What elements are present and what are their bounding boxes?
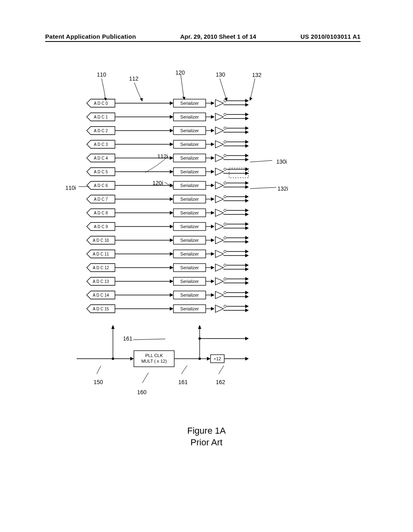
svg-point-52	[224, 237, 226, 239]
serializer-label: Serializer	[180, 142, 199, 147]
svg-point-27	[224, 168, 226, 170]
adc-label: A D C 8	[94, 211, 108, 215]
page-header: Patent Application Publication Apr. 29, …	[45, 33, 361, 40]
svg-point-12	[224, 127, 226, 129]
serializer-label: Serializer	[180, 224, 199, 229]
output-buffer	[215, 195, 223, 203]
svg-marker-98	[250, 97, 252, 101]
svg-point-62	[224, 264, 226, 266]
serializer-label: Serializer	[180, 293, 199, 297]
adc-label: A D C 13	[93, 279, 109, 284]
svg-point-32	[224, 182, 226, 184]
svg-point-57	[224, 250, 226, 253]
divider-block: ÷12	[214, 356, 221, 361]
svg-marker-81	[111, 325, 115, 329]
output-buffer	[215, 182, 223, 189]
svg-point-17	[224, 141, 226, 143]
adc-label: A D C 12	[93, 266, 109, 270]
svg-point-42	[224, 209, 226, 212]
svg-point-47	[224, 223, 226, 225]
output-buffer	[215, 264, 223, 271]
serializer-label: Serializer	[180, 279, 199, 284]
block-diagram: A D C 0SerializerA D C 1SerializerA D C …	[44, 60, 327, 391]
serializer-label: Serializer	[180, 197, 199, 202]
output-buffer	[215, 223, 223, 230]
svg-marker-96	[182, 97, 186, 100]
adc-label: A D C 7	[94, 197, 108, 202]
serializer-label: Serializer	[180, 114, 199, 119]
output-buffer	[215, 291, 223, 299]
svg-point-22	[224, 154, 226, 157]
output-buffer	[215, 250, 223, 258]
svg-point-67	[224, 278, 226, 280]
output-buffer	[215, 209, 223, 216]
serializer-label: Serializer	[180, 306, 199, 311]
serializer-label: Serializer	[180, 265, 199, 270]
svg-marker-97	[224, 98, 227, 101]
adc-label: A D C 14	[93, 293, 109, 297]
svg-point-77	[224, 305, 226, 308]
serializer-label: Serializer	[180, 183, 199, 188]
adc-label: A D C 4	[94, 156, 108, 160]
adc-label: A D C 6	[94, 183, 108, 188]
figure-caption: Figure 1A Prior Art	[0, 425, 413, 448]
output-buffer	[215, 237, 223, 244]
pll-block-line1: PLL CLK	[145, 353, 163, 358]
adc-label: A D C 1	[94, 115, 108, 119]
serializer-label: Serializer	[180, 156, 199, 160]
adc-label: A D C 10	[93, 238, 109, 243]
svg-marker-88	[198, 325, 201, 329]
adc-label: A D C 11	[93, 252, 109, 256]
header-rule	[45, 41, 361, 42]
output-buffer	[215, 168, 223, 175]
header-publication: Patent Application Publication	[45, 33, 136, 40]
header-patent-number: US 2010/0103011 A1	[300, 33, 361, 40]
adc-label: A D C 15	[93, 307, 109, 311]
svg-point-2	[224, 100, 226, 102]
serializer-label: Serializer	[180, 128, 199, 133]
figure-number: Figure 1A	[0, 425, 413, 437]
svg-point-37	[224, 195, 226, 198]
svg-point-72	[224, 291, 226, 294]
svg-point-7	[224, 113, 226, 116]
header-date-sheet: Apr. 29, 2010 Sheet 1 of 14	[180, 33, 256, 40]
output-buffer	[215, 113, 223, 121]
output-buffer	[215, 154, 223, 162]
serializer-label: Serializer	[180, 251, 199, 256]
output-buffer	[215, 278, 223, 285]
svg-point-90	[198, 337, 201, 340]
output-buffer	[215, 100, 223, 107]
serializer-label: Serializer	[180, 101, 199, 106]
adc-label: A D C 0	[94, 101, 108, 106]
serializer-label: Serializer	[180, 169, 199, 174]
output-buffer	[215, 127, 223, 134]
output-buffer	[215, 305, 223, 312]
pll-block-line2: MULT ( x 12)	[141, 359, 167, 364]
serializer-label: Serializer	[180, 210, 199, 215]
adc-label: A D C 2	[94, 129, 108, 133]
serializer-label: Serializer	[180, 238, 199, 243]
adc-label: A D C 3	[94, 142, 108, 147]
figure-priorart: Prior Art	[0, 437, 413, 449]
svg-marker-95	[140, 98, 143, 102]
adc-label: A D C 9	[94, 224, 108, 229]
adc-label: A D C 5	[94, 170, 108, 174]
output-buffer	[215, 141, 223, 148]
